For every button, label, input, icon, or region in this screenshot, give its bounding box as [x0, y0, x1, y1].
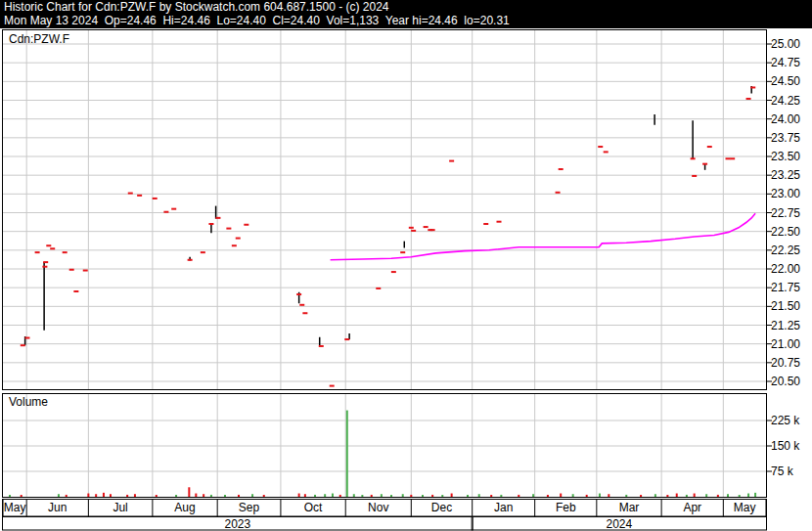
month-label: Oct	[304, 501, 323, 514]
price-tick-label: 21.50	[771, 299, 812, 313]
price-tick-label: 23.75	[771, 131, 812, 145]
year-label: 2024	[606, 517, 632, 531]
symbol-label: Cdn:PZW.F	[9, 32, 69, 46]
price-tick-label: 22.50	[771, 225, 812, 239]
price-tick-label: 24.25	[771, 94, 812, 108]
price-tick-label: 23.25	[771, 168, 812, 182]
price-tick-label: 21.75	[771, 281, 812, 294]
price-tick-label: 22.00	[771, 262, 812, 276]
price-tick-label: 20.50	[771, 375, 812, 388]
price-tick-label: 20.75	[771, 356, 812, 370]
volume-tick-label: 150 k	[771, 439, 812, 453]
price-tick-label: 24.00	[771, 112, 812, 126]
price-tick-label: 21.00	[771, 337, 812, 351]
month-label: Jun	[48, 501, 67, 514]
price-tick-label: 22.75	[771, 206, 812, 220]
price-tick-label: 24.75	[771, 56, 812, 69]
month-label: Mar	[619, 501, 640, 514]
chart-svg	[0, 0, 812, 531]
month-label: May	[734, 501, 756, 514]
month-label: Jul	[113, 501, 127, 514]
volume-tick-label: 225 k	[771, 414, 812, 427]
price-tick-label: 25.00	[771, 37, 812, 51]
month-label: Apr	[683, 501, 701, 514]
volume-pane-label: Volume	[9, 395, 48, 409]
month-label: Nov	[368, 501, 388, 514]
month-label: May	[4, 501, 26, 514]
price-tick-label: 24.50	[771, 74, 812, 88]
price-tick-label: 23.50	[771, 150, 812, 163]
volume-tick-label: 75 k	[771, 465, 812, 478]
stockwatch-historic-chart-window: Historic Chart for Cdn:PZW.F by Stockwat…	[0, 0, 812, 531]
month-label: Sep	[239, 501, 259, 514]
price-tick-label: 21.25	[771, 319, 812, 332]
month-label: Aug	[174, 501, 195, 514]
month-label: Dec	[431, 501, 452, 514]
price-tick-label: 23.00	[771, 187, 812, 200]
month-label: Feb	[556, 501, 576, 514]
year-label: 2023	[224, 517, 250, 531]
price-tick-label: 22.25	[771, 243, 812, 257]
month-label: Jan	[494, 501, 513, 514]
